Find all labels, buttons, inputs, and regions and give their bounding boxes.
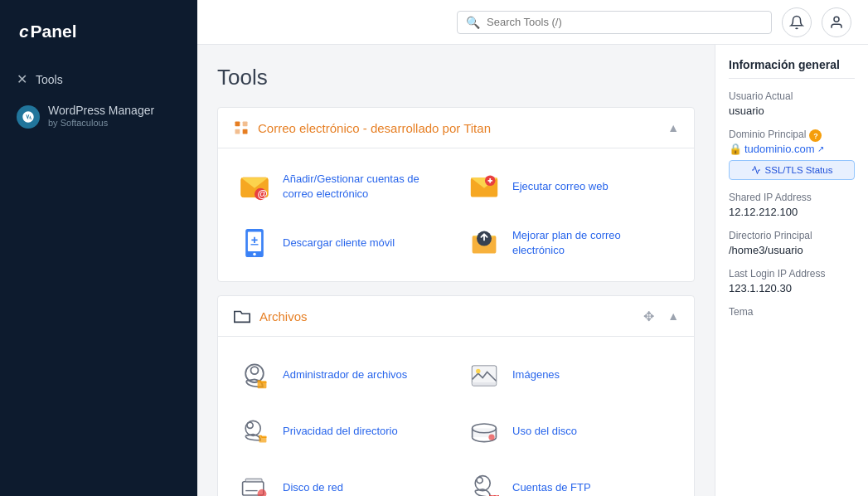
svg-rect-5: [243, 122, 248, 127]
svg-text:c: c: [19, 22, 29, 41]
disk-usage-label: Uso del disco: [512, 424, 577, 439]
ssl-tls-button[interactable]: SSL/TLS Status: [729, 160, 855, 180]
svg-text:Panel: Panel: [31, 22, 77, 41]
images-icon: [466, 357, 502, 393]
files-section-header[interactable]: Archivos ✥ ▲: [218, 296, 694, 337]
ftp-label: Cuentas de FTP: [512, 480, 591, 495]
files-section-card: Archivos ✥ ▲: [217, 295, 695, 496]
webmail-label: Ejecutar correo web: [512, 179, 609, 194]
wordpress-text: WordPress Manager by Softaculous: [48, 104, 154, 128]
dir-privacy-icon: [236, 413, 273, 450]
add-email-label: Añadir/Gestionar cuentas de correo elect…: [283, 172, 446, 202]
dominio-header: Dominio Principal ?: [729, 129, 855, 143]
shared-ip-label: Shared IP Address: [729, 192, 855, 203]
files-section-title: Archivos: [259, 309, 308, 323]
svg-rect-7: [243, 129, 248, 134]
shared-ip-group: Shared IP Address 12.12.212.100: [729, 192, 855, 218]
center-panel: Tools Correo electrónico - desarrollado …: [197, 45, 715, 496]
tools-icon: ✕: [17, 71, 27, 87]
email-section-header[interactable]: Correo electrónico - desarrollado por Ti…: [218, 108, 694, 148]
dominio-group: Dominio Principal ? 🔒 tudominio.com ↗ SS…: [729, 129, 855, 180]
tool-mobile-client[interactable]: Descargar cliente móvil: [233, 218, 449, 268]
shared-ip-value: 12.12.212.100: [729, 206, 855, 218]
external-link-icon: ↗: [817, 144, 824, 153]
cpanel-logo: c Panel: [0, 0, 197, 63]
svg-rect-38: [245, 479, 262, 482]
upgrade-email-label: Mejorar plan de correo electrónico: [512, 228, 676, 258]
user-menu-button[interactable]: [822, 7, 851, 37]
sidebar-item-tools-label: Tools: [36, 73, 63, 86]
svg-text:@: @: [258, 189, 268, 201]
svg-point-42: [477, 477, 482, 483]
move-icon[interactable]: ✥: [643, 309, 654, 324]
mobile-client-icon: [236, 225, 273, 261]
usuario-label: Usuario Actual: [729, 90, 855, 102]
images-label: Imágenes: [512, 367, 560, 382]
domain-question-icon: ?: [809, 129, 822, 142]
file-manager-icon: [236, 357, 273, 393]
mobile-client-label: Descargar cliente móvil: [283, 236, 395, 250]
svg-rect-6: [235, 129, 240, 134]
last-login-label: Last Login IP Address: [729, 268, 855, 280]
sidebar-item-tools[interactable]: ✕ Tools: [0, 63, 197, 95]
tool-upgrade-email[interactable]: Mejorar plan de correo electrónico: [463, 218, 679, 268]
ftp-icon: FTP: [466, 469, 502, 496]
files-section-icon: [233, 308, 251, 324]
tool-images[interactable]: Imágenes: [463, 350, 679, 400]
files-header-left: Archivos: [233, 308, 308, 324]
svg-point-40: [258, 489, 267, 496]
main-content: 🔍 Tools: [197, 0, 868, 496]
lock-icon: 🔒: [729, 143, 742, 155]
webmail-icon: [466, 168, 502, 205]
dir-principal-value: /home3/usuario: [729, 244, 855, 256]
network-disk-label: Disco de red: [283, 480, 343, 495]
files-section-body: Administrador de archivos: [218, 337, 694, 496]
svg-point-3: [834, 17, 839, 22]
sidebar-item-wordpress[interactable]: WordPress Manager by Softaculous: [0, 95, 197, 137]
page-title: Tools: [217, 65, 695, 90]
usuario-group: Usuario Actual usuario: [729, 90, 855, 117]
info-panel-title: Información general: [729, 58, 855, 79]
header: 🔍: [197, 0, 868, 45]
last-login-group: Last Login IP Address 123.1.120.30: [729, 268, 855, 294]
files-section-chevron[interactable]: ▲: [667, 309, 679, 323]
svg-point-18: [253, 253, 256, 256]
tool-webmail[interactable]: Ejecutar correo web: [463, 162, 679, 212]
info-panel: Información general Usuario Actual usuar…: [715, 45, 868, 496]
wordpress-subtitle: by Softaculous: [48, 118, 154, 128]
tool-disk-usage[interactable]: Uso del disco: [463, 406, 679, 456]
tool-file-manager[interactable]: Administrador de archivos: [233, 350, 449, 400]
email-section-title: Correo electrónico - desarrollado por Ti…: [258, 121, 491, 135]
email-section-body: @ Añadir/Gestionar cuentas de correo ele…: [218, 148, 694, 281]
disk-usage-icon: [466, 413, 502, 450]
content-area: Tools Correo electrónico - desarrollado …: [197, 45, 868, 496]
sidebar: c Panel ✕ Tools WordPress Manager by Sof…: [0, 0, 197, 496]
email-section-chevron[interactable]: ▲: [667, 121, 679, 134]
svg-point-36: [488, 435, 494, 440]
add-email-icon: @: [236, 168, 273, 205]
file-manager-label: Administrador de archivos: [283, 367, 407, 382]
wordpress-title: WordPress Manager: [48, 104, 154, 117]
svg-point-27: [476, 369, 480, 373]
dir-principal-label: Directorio Principal: [729, 230, 855, 241]
search-bar-container: 🔍: [457, 11, 772, 34]
tool-add-email[interactable]: @ Añadir/Gestionar cuentas de correo ele…: [233, 162, 449, 212]
svg-rect-4: [235, 122, 240, 127]
email-section-icon: [233, 119, 250, 136]
svg-point-23: [251, 367, 259, 374]
dir-privacy-label: Privacidad del directorio: [283, 424, 398, 439]
svg-point-29: [247, 422, 253, 428]
search-input[interactable]: [487, 16, 763, 28]
tool-network-disk[interactable]: Disco de red: [233, 463, 449, 496]
tema-group: Tema: [729, 306, 855, 318]
dir-principal-group: Directorio Principal /home3/usuario: [729, 230, 855, 256]
search-icon: 🔍: [466, 16, 480, 29]
network-disk-icon: [236, 469, 273, 496]
dominio-label: Dominio Principal: [729, 129, 806, 140]
tool-ftp[interactable]: FTP Cuentas de FTP: [463, 463, 679, 496]
tool-dir-privacy[interactable]: Privacidad del directorio: [233, 406, 449, 456]
dominio-value[interactable]: 🔒 tudominio.com ↗: [729, 143, 855, 155]
tema-label: Tema: [729, 306, 855, 318]
email-header-left: Correo electrónico - desarrollado por Ti…: [233, 119, 491, 136]
notifications-button[interactable]: [782, 7, 812, 37]
